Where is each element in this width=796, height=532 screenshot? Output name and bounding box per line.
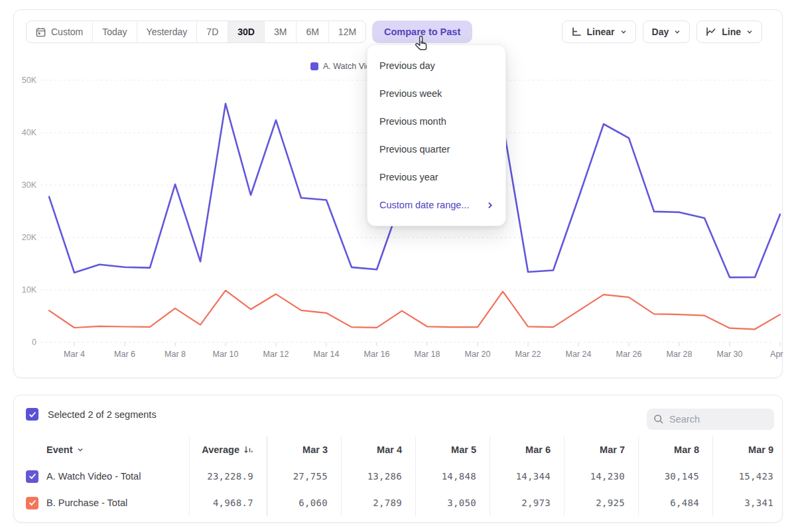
interval-dropdown-button[interactable]: Day [643,21,691,43]
date-header-label: Mar 3 [302,444,328,455]
event-cell: A. Watch Video - Total [14,463,190,490]
value-cell: 2,925 [564,490,639,516]
series-line-purchase [49,291,780,330]
legend-swatch [310,62,318,70]
calendar-icon [36,27,46,37]
date-header-label: Mar 6 [525,444,551,455]
linear-axis-icon [571,27,582,37]
chevron-down-icon [746,29,753,35]
menu-item-previous-month[interactable]: Previous month [367,107,505,135]
x-axis-label: Apr 1 [770,350,783,359]
date-value: 3,341 [744,498,773,508]
chart-card: CustomTodayYesterday7D30D3M6M12M Compare… [13,9,783,378]
search-input[interactable] [669,414,762,425]
table-header-row: Event Average Mar 3Mar 4Mar 5Mar 6Mar 7M… [14,436,783,463]
date-value: 30,145 [665,471,699,482]
segments-table: Event Average Mar 3Mar 4Mar 5Mar 6Mar 7M… [14,436,783,516]
menu-item-previous-quarter[interactable]: Previous quarter [367,135,505,163]
date-value: 14,848 [442,471,476,482]
selected-segments-row: Selected 2 of 2 segments [26,408,157,421]
date-preset-custom[interactable]: Custom [27,21,93,42]
date-preset-7d[interactable]: 7D [197,21,228,42]
y-axis-label: 30K [22,180,37,190]
date-preset-label: Yesterday [147,27,188,37]
value-cell: 6,484 [639,490,713,516]
date-preset-label: 7D [206,27,218,37]
y-axis-label: 0 [32,338,36,347]
x-axis-label: Mar 18 [415,350,440,359]
custom-date-range-label: Custom date range... [379,200,469,210]
date-preset-label: 6M [306,27,318,37]
average-column-header[interactable]: Average [190,436,267,463]
average-cell: 4,968.7 [190,490,267,516]
date-preset-30d[interactable]: 30D [228,21,265,42]
value-cell: 3,341 [713,490,783,516]
search-icon [653,414,664,425]
date-preset-3m[interactable]: 3M [265,21,297,42]
menu-item-previous-week[interactable]: Previous week [367,80,505,107]
date-value: 13,286 [367,471,402,482]
x-axis-label: Mar 26 [616,350,642,359]
date-value: 2,789 [373,498,402,508]
x-axis-label: Mar 4 [64,350,85,359]
value-cell: 3,050 [416,490,490,516]
date-preset-group: CustomTodayYesterday7D30D3M6M12M [26,21,366,43]
y-axis-label: 40K [22,128,37,137]
menu-item-previous-year[interactable]: Previous year [367,163,505,191]
date-column-header[interactable]: Mar 3 [267,436,342,463]
event-column-header[interactable]: Event [14,436,190,463]
average-header-label: Average [202,444,239,455]
selected-segments-label: Selected 2 of 2 segments [48,409,157,420]
value-cell: 15,423 [713,463,783,490]
date-column-header[interactable]: Mar 4 [342,436,416,463]
date-preset-label: 12M [338,27,356,37]
menu-item-custom-date-range[interactable]: Custom date range... [367,191,505,219]
value-cell: 27,755 [267,463,342,490]
date-column-header[interactable]: Mar 6 [490,436,564,463]
date-preset-6m[interactable]: 6M [297,21,328,42]
search-box[interactable] [647,409,774,430]
date-header-label: Mar 9 [748,444,773,455]
scale-dropdown-button[interactable]: Linear [562,21,636,43]
date-column-header[interactable]: Mar 7 [564,436,639,463]
interval-dropdown-label: Day [652,27,669,37]
analytics-dashboard: CustomTodayYesterday7D30D3M6M12M Compare… [0,0,796,532]
value-cell: 2,973 [490,490,564,516]
date-preset-12m[interactable]: 12M [329,21,365,42]
y-axis-label: 20K [22,233,37,242]
y-axis-label: 50K [22,76,37,85]
chart-type-dropdown-label: Line [722,27,741,37]
chart-type-dropdown-button[interactable]: Line [696,21,762,43]
date-column-header[interactable]: Mar 8 [639,436,713,463]
x-axis-label: Mar 28 [667,350,693,359]
x-axis-label: Mar 6 [114,350,135,359]
date-preset-today[interactable]: Today [93,21,137,42]
select-all-checkbox[interactable] [26,408,38,421]
chevron-down-icon [620,29,627,35]
compare-to-past-menu: Previous dayPrevious weekPrevious monthP… [367,44,506,226]
date-value: 6,484 [670,498,699,508]
x-axis-label: Mar 10 [213,350,239,359]
date-value: 14,230 [590,471,625,482]
value-cell: 14,230 [564,463,639,490]
date-header-label: Mar 7 [600,444,625,455]
checkmark-icon [29,411,36,419]
segment-checkbox[interactable] [26,497,38,509]
date-value: 27,755 [293,471,328,482]
value-cell: 14,344 [490,463,564,490]
menu-item-previous-day[interactable]: Previous day [367,52,505,80]
date-column-header[interactable]: Mar 9 [713,436,783,463]
chevron-down-icon [674,29,681,35]
segments-panel: Selected 2 of 2 segments Event Average [13,395,783,523]
date-value: 3,050 [447,498,476,508]
date-value: 2,925 [596,498,625,508]
view-buttons: Linear Day Line [562,21,762,43]
chevron-right-icon [486,202,494,209]
chevron-down-icon [77,446,84,453]
segment-checkbox[interactable] [26,470,38,483]
sort-icon [243,445,253,454]
date-column-header[interactable]: Mar 5 [416,436,490,463]
value-cell: 2,789 [342,490,416,516]
date-preset-yesterday[interactable]: Yesterday [137,21,198,42]
date-value: 6,060 [298,498,328,508]
